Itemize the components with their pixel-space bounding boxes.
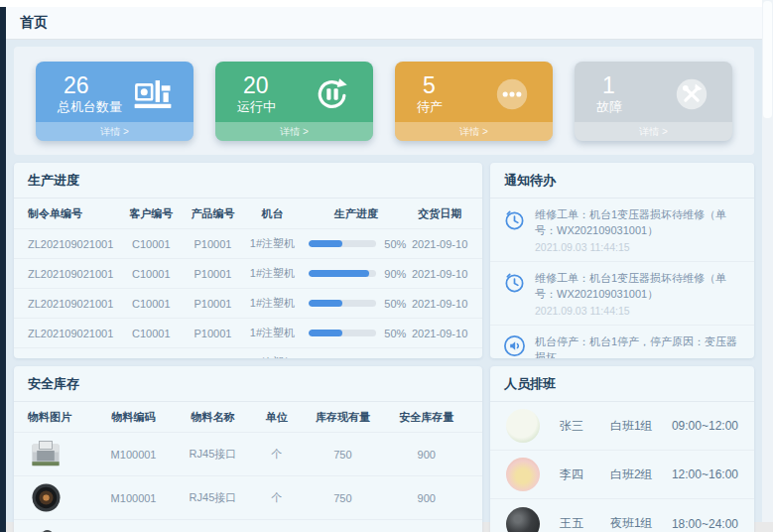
personnel-schedule-panel: 人员排班 张三 白班1组 09:00~12:00 李四 白班2组 12:00~1… xyxy=(490,366,754,532)
notice-text: 维修工单：机台1变压器损坏待维修（单号：WX202109031001） xyxy=(535,207,742,239)
stat-detail-link[interactable]: 详情 > xyxy=(36,122,193,141)
customer-no: C10001 xyxy=(120,357,182,359)
production-row[interactable]: ZL202109021001 C10001 P10001 1#注塑机 50% 2… xyxy=(14,288,482,318)
notices-panel: 通知待办 维修工单：机台1变压器损坏待维修（单号：WX202109031001）… xyxy=(490,163,754,358)
progress-bar xyxy=(309,270,376,277)
inventory-row[interactable]: M100001 RJ45接口 个 750 900 xyxy=(14,432,482,475)
production-row[interactable]: ZL202109021001 C10001 P10001 1#注塑机 90% 2… xyxy=(14,258,482,288)
round-speaker-image xyxy=(28,481,64,515)
col-material-name: 物料名称 xyxy=(174,410,253,425)
stat-card-pending[interactable]: 5 待产 详情 > xyxy=(395,62,553,141)
current-stock: 750 xyxy=(301,492,384,504)
stat-label: 待产 xyxy=(417,98,443,116)
delivery-date: 2021-09-10 xyxy=(411,268,468,280)
machine-icon xyxy=(132,74,174,114)
notice-time: 2021.09.03 11:44:15 xyxy=(535,241,742,253)
inventory-row[interactable]: M100001 RJ45接口 个 750 900 xyxy=(14,519,482,532)
product-no: P10001 xyxy=(182,328,243,339)
safety-stock: 900 xyxy=(385,492,468,504)
notice-item[interactable]: 维修工单：机台1变压器损坏待维修（单号：WX202109031001） 2021… xyxy=(490,262,754,326)
delivery-date: 2021-09-10 xyxy=(411,298,468,310)
page-header: 首页 xyxy=(6,7,762,40)
inventory-table-header: 物料图片 物料编码 物料名称 单位 库存现有量 安全库存量 xyxy=(14,402,482,432)
panel-title: 安全库存 xyxy=(14,366,482,402)
stat-label: 运行中 xyxy=(237,98,276,116)
col-current-stock: 库存现有量 xyxy=(301,410,384,425)
order-no: ZL202109021001 xyxy=(28,357,120,359)
person-name: 李四 xyxy=(560,466,610,483)
machine-name: 1#注塑机 xyxy=(244,296,302,311)
progress-label: 50% xyxy=(384,328,406,339)
clock-icon xyxy=(502,271,526,295)
shift-name: 白班2组 xyxy=(610,466,672,483)
col-progress: 生产进度 xyxy=(301,206,411,221)
schedule-row[interactable]: 张三 白班1组 09:00~12:00 xyxy=(490,402,754,451)
progress-bar xyxy=(309,300,376,307)
shift-time: 18:00~24:00 xyxy=(672,517,738,531)
machine-name: 1#注塑机 xyxy=(244,236,302,251)
vertical-scrollbar[interactable] xyxy=(762,0,773,522)
stat-detail-link[interactable]: 详情 > xyxy=(575,122,732,141)
order-no: ZL202109021001 xyxy=(28,298,120,310)
col-delivery-date: 交货日期 xyxy=(411,206,468,221)
order-no: ZL202109021001 xyxy=(28,268,120,280)
pending-icon xyxy=(491,74,533,114)
inventory-row[interactable]: M100001 RJ45接口 个 750 900 xyxy=(14,475,482,519)
avatar-zhangsan xyxy=(506,409,540,443)
notice-item[interactable]: 维修工单：机台1变压器损坏待维修（单号：WX202109031001） 2021… xyxy=(490,199,754,262)
material-code: M100001 xyxy=(94,492,174,504)
product-no: P10001 xyxy=(182,238,243,250)
col-customer-no: 客户编号 xyxy=(120,206,182,221)
production-row[interactable]: ZL202109021001 C10001 P10001 1#注塑机 50% 2… xyxy=(14,228,482,258)
person-name: 王五 xyxy=(560,515,610,532)
stat-card-fault[interactable]: 1 故障 xyxy=(575,62,732,141)
customer-no: C10001 xyxy=(120,238,182,250)
material-code: M100001 xyxy=(94,449,174,461)
page-title: 首页 xyxy=(20,14,48,32)
col-material-code: 物料编码 xyxy=(94,410,174,425)
stat-value: 20 xyxy=(237,72,276,98)
panel-title: 通知待办 xyxy=(490,163,754,199)
stat-value: 5 xyxy=(417,72,443,98)
col-safety-stock: 安全库存量 xyxy=(385,410,468,425)
safety-stock: 900 xyxy=(385,449,468,461)
progress-label: 50% xyxy=(384,357,406,359)
stat-detail-link[interactable]: 详情 > xyxy=(215,122,373,141)
dashboard-content: 26 总机台数量 详情 > xyxy=(6,40,762,522)
current-stock: 750 xyxy=(301,449,384,461)
person-name: 张三 xyxy=(560,418,610,435)
production-progress-panel: 生产进度 制令单编号 客户编号 产品编号 机台 生产进度 交货日期 ZL2021… xyxy=(14,163,482,358)
notice-time: 2021.09.03 11:44:15 xyxy=(535,305,742,317)
unit: 个 xyxy=(252,447,301,462)
shift-time: 09:00~12:00 xyxy=(672,419,738,433)
production-row[interactable]: ZL202109021001 C10001 P10001 1#注塑机 50% 2… xyxy=(14,347,482,358)
progress-label: 50% xyxy=(384,298,406,310)
progress-bar xyxy=(309,240,376,247)
col-unit: 单位 xyxy=(252,410,301,425)
production-row[interactable]: ZL202109021001 C10001 P10001 1#注塑机 50% 2… xyxy=(14,318,482,347)
product-no: P10001 xyxy=(182,357,243,359)
stat-detail-link[interactable]: 详情 > xyxy=(395,122,553,141)
notice-item[interactable]: 机台停产：机台1停产，停产原因：变压器损坏 2021.09.03 11:44:1… xyxy=(490,326,754,358)
customer-no: C10001 xyxy=(120,298,182,310)
fault-icon xyxy=(671,74,712,114)
schedule-row[interactable]: 李四 白班2组 12:00~16:00 xyxy=(490,451,754,499)
stat-value: 1 xyxy=(596,72,622,98)
machine-name: 1#注塑机 xyxy=(244,266,302,281)
safety-stock-panel: 安全库存 物料图片 物料编码 物料名称 单位 库存现有量 安全库存量 xyxy=(14,366,482,532)
shift-name: 夜班1组 xyxy=(610,515,672,532)
stat-card-total-machines[interactable]: 26 总机台数量 详情 > xyxy=(36,62,193,141)
panel-title: 生产进度 xyxy=(14,163,482,199)
progress-label: 90% xyxy=(384,268,406,280)
stat-card-running[interactable]: 20 运行中 详情 > xyxy=(215,62,373,141)
avatar-wangwu xyxy=(506,507,540,532)
customer-no: C10001 xyxy=(120,268,182,280)
shift-time: 12:00~16:00 xyxy=(672,467,738,481)
schedule-row[interactable]: 王五 夜班1组 18:00~24:00 xyxy=(490,499,754,532)
notice-text: 机台停产：机台1停产，停产原因：变压器损坏 xyxy=(535,334,742,358)
avatar-lisi xyxy=(506,458,540,491)
material-name: RJ45接口 xyxy=(174,490,253,505)
scrollbar-thumb[interactable] xyxy=(763,1,772,118)
panel-title: 人员排班 xyxy=(490,366,754,402)
material-name: RJ45接口 xyxy=(174,447,253,462)
